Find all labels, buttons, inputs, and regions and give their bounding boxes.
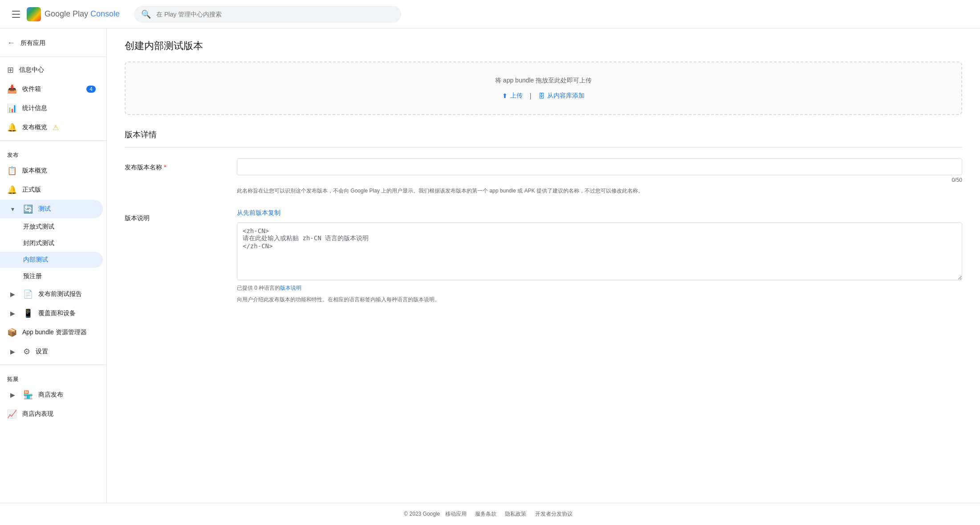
- sidebar-section-publish: 发布: [0, 144, 106, 161]
- footer-link-privacy[interactable]: 隐私政策: [505, 511, 526, 517]
- devices-icon: 📱: [23, 308, 33, 318]
- page-title: 创建内部测试版本: [125, 39, 962, 53]
- sidebar-item-label: 发布前测试报告: [38, 290, 82, 298]
- sidebar-item-publish-overview[interactable]: 🔔 发布概览 ⚠: [0, 118, 103, 137]
- inbox-icon: 📥: [7, 84, 17, 94]
- sidebar-sub-item-label: 内部测试: [23, 256, 48, 264]
- sidebar-item-release[interactable]: 🔔 正式版: [0, 180, 103, 199]
- release-notes-field-col: 从先前版本复制 <zh-CN> 请在此处输入或粘贴 zh-CN 语言的版本说明 …: [237, 209, 962, 304]
- sidebar-sub-item-open-test[interactable]: 开放式测试: [0, 219, 103, 235]
- release-name-label: 发布版本名称 *: [125, 164, 223, 172]
- upload-icon: ⬆: [502, 92, 508, 99]
- sidebar-item-inbox[interactable]: 📥 收件箱 4: [0, 80, 103, 98]
- sidebar-item-label: 覆盖面和设备: [38, 309, 76, 317]
- upload-separator: |: [530, 92, 532, 99]
- library-icon: 🗄: [538, 92, 545, 99]
- upload-label: 上传: [510, 92, 523, 100]
- back-to-all-apps[interactable]: ← 所有应用: [0, 33, 103, 53]
- release-notes-row: 版本说明 从先前版本复制 <zh-CN> 请在此处输入或粘贴 zh-CN 语言的…: [125, 209, 962, 304]
- sidebar-section-extend: 拓展: [0, 369, 106, 385]
- inbox-badge: 4: [86, 86, 96, 93]
- header: Google Play Console 🔍: [0, 0, 980, 29]
- release-name-row: 发布版本名称 * 0/50 此名称旨在让您可以识别这个发布版本，不会向 Goog…: [125, 158, 962, 195]
- sidebar-sub-item-internal-test[interactable]: 内部测试: [0, 252, 103, 268]
- chart-icon: 📊: [7, 103, 17, 113]
- release-name-char-count: 0/50: [237, 177, 962, 183]
- back-label: 所有应用: [20, 39, 45, 47]
- sidebar-item-label: 正式版: [22, 186, 41, 194]
- sidebar-item-coverage-devices[interactable]: ▶ 📱 覆盖面和设备: [0, 304, 103, 323]
- expand-prefix: ▾: [7, 205, 18, 213]
- extend-icon: 📈: [7, 409, 17, 419]
- sidebar-item-label: 统计信息: [22, 104, 47, 112]
- hamburger-icon: [10, 9, 22, 20]
- sidebar-item-testing[interactable]: ▾ 🔄 测试: [0, 200, 103, 218]
- sidebar-item-settings[interactable]: ▶ ⚙ 设置: [0, 342, 103, 361]
- release-notes-status: 已提供 0 种语言的版本说明: [237, 284, 962, 292]
- sidebar-item-label: 收件箱: [22, 85, 41, 93]
- sidebar-item-version-overview[interactable]: 📋 版本概览: [0, 161, 103, 180]
- upload-area: 将 app bundle 拖放至此处即可上传 ⬆ 上传 | 🗄 从内容库添加: [125, 62, 962, 115]
- release-notes-label: 版本说明: [125, 214, 223, 222]
- library-label: 从内容库添加: [547, 92, 585, 100]
- release-name-input[interactable]: [237, 158, 962, 175]
- sidebar-item-stats[interactable]: 📊 统计信息: [0, 99, 103, 118]
- sidebar-item-label: 测试: [38, 205, 51, 213]
- app-title: Google Play Console: [45, 9, 120, 19]
- bundle-icon: 📦: [7, 328, 17, 337]
- sidebar-sub-item-pre-register[interactable]: 预注册: [0, 268, 103, 284]
- search-bar[interactable]: 🔍: [134, 6, 401, 23]
- release-details-title: 版本详情: [125, 129, 962, 148]
- footer-link-developer[interactable]: 开发者分发协议: [535, 511, 573, 517]
- sidebar-item-label: 商店内表现: [22, 410, 53, 418]
- shield-icon: 🔔: [7, 185, 17, 195]
- sidebar-divider-publish: [0, 140, 106, 141]
- upload-hint: 将 app bundle 拖放至此处即可上传: [140, 77, 947, 85]
- expand-icon2: ▶: [7, 310, 18, 317]
- publish-icon: 🔔: [7, 123, 17, 132]
- sidebar-divider-top: [0, 57, 106, 57]
- sidebar-item-store-publish[interactable]: ▶ 🏪 商店发布: [0, 386, 103, 404]
- app-logo: Google Play Console: [27, 7, 120, 21]
- library-button[interactable]: 🗄 从内容库添加: [538, 92, 585, 100]
- version-icon: 📋: [7, 166, 17, 176]
- sidebar-item-label: 版本概览: [22, 167, 47, 175]
- sidebar-sub-item-closed-test[interactable]: 封闭式测试: [0, 235, 103, 251]
- arrow-back-icon: ←: [7, 38, 15, 48]
- sidebar-item-app-bundle[interactable]: 📦 App bundle 资源管理器: [0, 323, 103, 342]
- sidebar-item-label: App bundle 资源管理器: [22, 328, 87, 336]
- search-input[interactable]: [156, 11, 394, 18]
- grid-icon: ⊞: [7, 65, 14, 75]
- settings-icon: ⚙: [23, 347, 30, 357]
- release-notes-desc: 向用户介绍此发布版本的功能和特性。在相应的语言标签内输入每种语言的版本说明。: [237, 295, 962, 304]
- release-name-hint: 此名称旨在让您可以识别这个发布版本，不会向 Google Play 上的用户显示…: [237, 187, 962, 195]
- required-indicator: *: [164, 164, 166, 171]
- store-icon: 🏪: [23, 390, 33, 400]
- release-notes-textarea[interactable]: <zh-CN> 请在此处输入或粘贴 zh-CN 语言的版本说明 </zh-CN>: [237, 222, 962, 280]
- sidebar-item-store-display[interactable]: 📈 商店内表现: [0, 405, 103, 423]
- sidebar-item-dashboard[interactable]: ⊞ 信息中心: [0, 61, 103, 79]
- copy-from-prev-link[interactable]: 从先前版本复制: [237, 209, 281, 217]
- testing-icon: 🔄: [23, 204, 33, 214]
- sidebar-item-pre-launch-report[interactable]: ▶ 📄 发布前测试报告: [0, 285, 103, 304]
- sidebar-sub-item-label: 开放式测试: [23, 223, 54, 231]
- footer: © 2023 Google 移动应用 服务条款 隐私政策 开发者分发协议: [0, 503, 980, 525]
- search-icon: 🔍: [141, 9, 151, 19]
- play-logo-icon: [27, 7, 41, 21]
- sidebar-sub-item-label: 封闭式测试: [23, 239, 54, 247]
- release-name-field-col: 0/50 此名称旨在让您可以识别这个发布版本，不会向 Google Play 上…: [237, 158, 962, 195]
- menu-button[interactable]: [7, 5, 25, 23]
- report-icon: 📄: [23, 289, 33, 299]
- layout: ← 所有应用 ⊞ 信息中心 📥 收件箱 4 📊 统计信息 🔔 发布概览 ⚠ 发布…: [0, 29, 980, 503]
- expand-icon3: ▶: [7, 348, 18, 355]
- notes-status-link[interactable]: 版本说明: [280, 285, 301, 291]
- main-content: 创建内部测试版本 将 app bundle 拖放至此处即可上传 ⬆ 上传 | 🗄…: [107, 29, 980, 503]
- footer-link-terms[interactable]: 服务条款: [475, 511, 496, 517]
- footer-link-mobile[interactable]: 移动应用: [445, 511, 467, 517]
- expand-icon4: ▶: [7, 391, 18, 398]
- upload-button[interactable]: ⬆ 上传: [502, 92, 523, 100]
- sidebar-item-label: 发布概览: [22, 123, 47, 131]
- footer-copyright: © 2023 Google: [404, 511, 440, 517]
- release-notes-label-col: 版本说明: [125, 209, 223, 304]
- upload-actions: ⬆ 上传 | 🗄 从内容库添加: [140, 92, 947, 100]
